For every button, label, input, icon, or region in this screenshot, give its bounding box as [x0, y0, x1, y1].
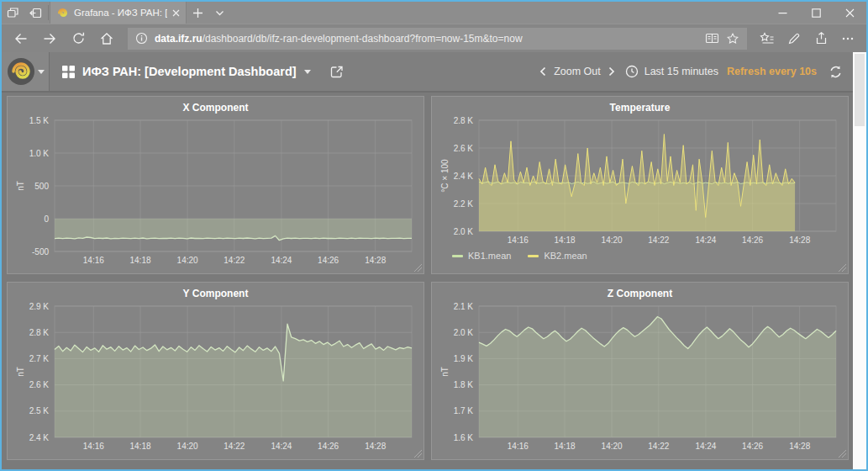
panel-resize-handle[interactable]	[839, 450, 846, 458]
dashboard-share-button[interactable]	[324, 59, 350, 84]
series-color-swatch	[528, 255, 539, 257]
svg-text:14:20: 14:20	[177, 442, 198, 451]
svg-text:0: 0	[44, 214, 49, 224]
panel-title[interactable]: Z Component	[439, 284, 841, 301]
svg-text:14:28: 14:28	[365, 256, 386, 265]
set-tabs-aside-button[interactable]	[24, 2, 47, 24]
home-button[interactable]	[92, 26, 121, 51]
address-bar[interactable]: data.ifz.ru/dashboard/db/ifz-ran-develop…	[128, 28, 747, 50]
panel-title[interactable]: Temperature	[439, 98, 841, 115]
chart-legend: KB1.mean KB2.mean	[439, 248, 841, 261]
series-name: KB2.mean	[544, 251, 587, 261]
close-window-button[interactable]	[833, 2, 866, 24]
share-button[interactable]	[808, 26, 834, 51]
minimize-button[interactable]	[765, 2, 799, 24]
svg-text:2.0 K: 2.0 K	[454, 328, 474, 337]
panel-z-component: Z Component 14:1614:1814:2014:2214:2414:…	[431, 282, 849, 460]
forward-button[interactable]	[35, 26, 64, 51]
zoom-out-button[interactable]: Zoom Out	[554, 66, 601, 77]
panel-title[interactable]: X Component	[14, 98, 417, 115]
svg-text:14:28: 14:28	[789, 442, 810, 451]
svg-text:1.0 K: 1.0 K	[29, 149, 50, 158]
browser-tab[interactable]: Grafana - ИФЗ РАН: [De	[50, 2, 187, 24]
reading-view-button[interactable]	[705, 32, 719, 45]
z-component-chart[interactable]: 14:1614:1814:2014:2214:2414:2614:282.1 K…	[439, 301, 841, 454]
show-tab-previews-button[interactable]	[208, 2, 230, 24]
dashboard-title-button[interactable]: ИФЗ РАН: [Development Dashboard]	[50, 52, 324, 91]
svg-text:14:18: 14:18	[554, 442, 575, 451]
svg-text:14:20: 14:20	[177, 256, 198, 265]
minimize-icon	[778, 8, 787, 18]
panel-resize-handle[interactable]	[414, 450, 422, 458]
hub-button[interactable]	[754, 26, 781, 51]
forward-icon	[42, 31, 57, 46]
svg-text:14:26: 14:26	[318, 442, 339, 451]
grafana-page: ИФЗ РАН: [Development Dashboard] Zoom Ou…	[2, 52, 853, 468]
refresh-interval-button[interactable]: Refresh every 10s	[727, 66, 817, 77]
page-scrollbar[interactable]	[853, 52, 866, 469]
svg-text:14:26: 14:26	[318, 256, 339, 265]
svg-text:14:24: 14:24	[695, 236, 716, 245]
svg-text:2.7 K: 2.7 K	[29, 354, 50, 363]
svg-text:2.8 K: 2.8 K	[29, 328, 50, 337]
time-controls: Zoom Out Last 15 minutes Refresh every 1…	[538, 65, 853, 79]
y-component-chart[interactable]: 14:1614:1814:2014:2214:2414:2614:282.9 K…	[14, 301, 417, 454]
ellipsis-icon	[841, 32, 855, 45]
legend-item[interactable]: KB2.mean	[528, 251, 587, 261]
titlebar-separator	[48, 5, 49, 20]
back-icon	[13, 31, 29, 46]
panel-title[interactable]: Y Component	[14, 284, 417, 301]
svg-text:2.5 K: 2.5 K	[29, 406, 50, 415]
svg-text:14:20: 14:20	[602, 442, 623, 451]
maximize-button[interactable]	[799, 2, 833, 24]
svg-text:500: 500	[34, 182, 49, 191]
export-icon	[329, 65, 344, 79]
svg-text:14:26: 14:26	[742, 442, 763, 451]
new-tab-button[interactable]	[187, 2, 208, 24]
zoom-out-right-chevron[interactable]	[607, 66, 617, 77]
site-info-icon[interactable]	[135, 32, 148, 45]
zoom-out-left-chevron[interactable]	[538, 66, 548, 77]
grafana-logo-icon	[7, 57, 35, 86]
x-component-chart[interactable]: 14:1614:1814:2014:2214:2414:2614:281.5 K…	[14, 115, 417, 268]
tabs-preview-button[interactable]	[2, 2, 24, 24]
add-favorite-button[interactable]	[726, 32, 739, 45]
panel-resize-handle[interactable]	[839, 264, 846, 272]
window-controls	[765, 2, 866, 24]
scrollbar-thumb[interactable]	[855, 54, 865, 126]
refresh-dashboard-button[interactable]	[829, 65, 843, 79]
grafana-menu-button[interactable]	[2, 52, 50, 91]
svg-text:14:18: 14:18	[129, 442, 150, 451]
svg-text:°C × 100: °C × 100	[440, 159, 450, 193]
grafana-header: ИФЗ РАН: [Development Dashboard] Zoom Ou…	[2, 52, 853, 93]
more-actions-button[interactable]	[834, 26, 861, 51]
legend-item[interactable]: KB1.mean	[452, 251, 511, 261]
panel-resize-handle[interactable]	[414, 264, 422, 272]
back-button[interactable]	[7, 26, 35, 51]
svg-text:nT: nT	[16, 367, 25, 377]
svg-text:14:22: 14:22	[224, 442, 245, 451]
time-range-picker[interactable]: Last 15 minutes	[625, 65, 718, 78]
web-note-button[interactable]	[781, 26, 808, 51]
svg-text:14:24: 14:24	[695, 442, 716, 451]
svg-text:nT: nT	[440, 367, 450, 377]
svg-text:2.6 K: 2.6 K	[454, 144, 474, 153]
svg-text:2.2 K: 2.2 K	[454, 199, 474, 209]
temperature-chart[interactable]: 14:1614:1814:2014:2214:2414:2614:282.8 K…	[439, 115, 841, 248]
svg-text:14:22: 14:22	[648, 442, 669, 451]
url-text[interactable]: data.ifz.ru/dashboard/db/ifz-ran-develop…	[155, 33, 698, 45]
svg-text:1.5 K: 1.5 K	[29, 116, 50, 125]
tab-close-icon[interactable]	[172, 9, 180, 17]
grafana-favicon	[56, 7, 69, 19]
dashboard-title-caret-icon	[304, 70, 311, 74]
series-name: KB1.mean	[468, 251, 511, 261]
share-icon	[814, 31, 829, 45]
clock-icon	[625, 65, 639, 78]
svg-text:14:28: 14:28	[365, 442, 386, 451]
refresh-button[interactable]	[64, 26, 92, 51]
browser-toolbar: data.ifz.ru/dashboard/db/ifz-ran-develop…	[2, 24, 866, 52]
svg-text:2.4 K: 2.4 K	[29, 433, 50, 442]
svg-text:14:24: 14:24	[271, 256, 292, 265]
maximize-icon	[812, 8, 821, 18]
svg-text:2.8 K: 2.8 K	[454, 116, 474, 125]
